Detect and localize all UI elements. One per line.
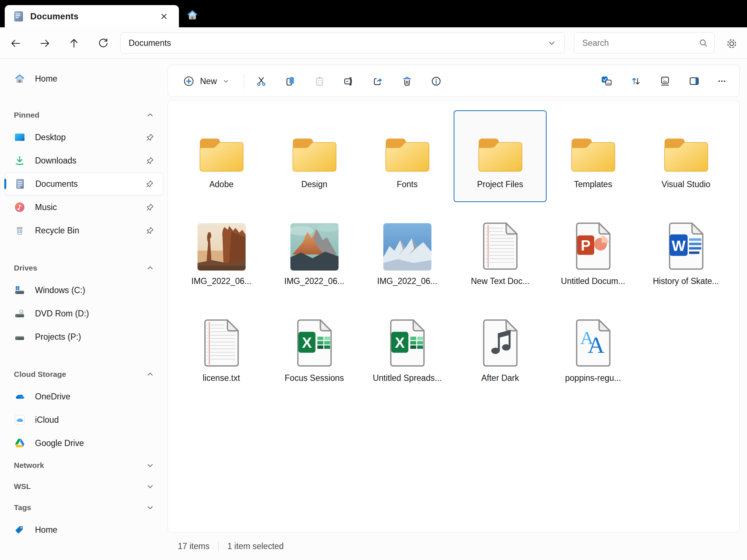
- delete-icon[interactable]: [397, 71, 417, 91]
- file-tile-font[interactable]: poppins-regu...: [547, 304, 640, 396]
- sort-icon[interactable]: [626, 71, 646, 91]
- file-tile-folder[interactable]: Templates: [547, 110, 640, 202]
- pin-icon[interactable]: [146, 226, 155, 235]
- sidebar-item-google-drive[interactable]: Google Drive: [4, 431, 163, 455]
- folder-icon: [476, 111, 524, 176]
- folder-icon: [197, 111, 246, 176]
- file-label: Untitled Docum...: [561, 276, 625, 286]
- sidebar-item-projects-p[interactable]: Projects (P:): [4, 325, 163, 348]
- forward-icon[interactable]: [38, 36, 52, 50]
- tag-icon: [14, 524, 26, 536]
- pin-icon[interactable]: [145, 180, 154, 188]
- file-tile-word[interactable]: History of Skate...: [640, 207, 732, 299]
- cut-icon[interactable]: [251, 71, 271, 91]
- toolbar: New: [168, 65, 740, 97]
- word-file-icon: [668, 208, 705, 273]
- plus-circle-icon: [183, 75, 195, 87]
- section-label: WSL: [14, 482, 31, 491]
- select-all-icon[interactable]: [597, 71, 617, 91]
- sidebar-item-icloud[interactable]: iCloud: [4, 408, 163, 431]
- file-tile-folder[interactable]: Fonts: [361, 110, 454, 202]
- chevron-down-icon[interactable]: [146, 503, 155, 512]
- sidebar-item-documents[interactable]: Documents: [4, 172, 163, 196]
- sidebar-item-music[interactable]: Music: [4, 196, 163, 219]
- search-input[interactable]: [582, 38, 698, 48]
- file-tile-image[interactable]: IMG_2022_06...: [361, 207, 454, 299]
- sidebar-item-recycle-bin[interactable]: Recycle Bin: [4, 219, 163, 242]
- copy-icon[interactable]: [280, 71, 301, 91]
- sidebar-item-label: Windows (C:): [35, 285, 85, 295]
- paste-icon[interactable]: [309, 71, 330, 91]
- section-header-tags[interactable]: Tags: [0, 497, 168, 518]
- file-tile-folder[interactable]: Visual Studio: [640, 110, 732, 202]
- view-icon[interactable]: [655, 71, 675, 91]
- file-tile-text[interactable]: license.txt: [175, 304, 268, 396]
- close-icon[interactable]: [158, 10, 170, 23]
- file-tile-folder[interactable]: Design: [268, 110, 361, 202]
- font-file-icon: [575, 305, 612, 370]
- chevron-up-icon[interactable]: [146, 111, 155, 119]
- sidebar-item-home[interactable]: Home: [4, 68, 163, 89]
- folder-icon: [569, 111, 617, 176]
- chevron-up-icon[interactable]: [146, 370, 155, 379]
- google-drive-icon: [14, 437, 26, 449]
- section-header-pinned[interactable]: Pinned: [0, 104, 168, 126]
- file-tile-text[interactable]: New Text Doc...: [454, 207, 547, 299]
- file-label: IMG_2022_06...: [191, 276, 251, 286]
- pin-icon[interactable]: [146, 203, 155, 212]
- excel-file-icon: [296, 305, 333, 370]
- sidebar-item-tag-home[interactable]: Home: [4, 518, 163, 541]
- file-tile-image[interactable]: IMG_2022_06...: [268, 207, 361, 299]
- file-tile-audio[interactable]: After Dark: [454, 304, 547, 396]
- share-icon[interactable]: [368, 71, 388, 91]
- sidebar-item-downloads[interactable]: Downloads: [4, 149, 163, 172]
- text-file-icon: [482, 208, 519, 273]
- rename-icon[interactable]: [339, 71, 359, 91]
- file-label: Fonts: [397, 180, 418, 189]
- section-label: Tags: [14, 503, 31, 512]
- chevron-down-icon[interactable]: [547, 38, 556, 48]
- file-tile-excel[interactable]: Focus Sessions: [268, 304, 361, 396]
- gear-icon[interactable]: [724, 36, 739, 51]
- home-tab-icon[interactable]: [185, 8, 200, 22]
- onedrive-icon: [14, 391, 26, 402]
- info-icon[interactable]: [426, 71, 446, 91]
- sidebar-item-onedrive[interactable]: OneDrive: [4, 385, 163, 408]
- file-label: Adobe: [209, 180, 234, 189]
- file-tile-image[interactable]: IMG_2022_06...: [175, 207, 268, 299]
- new-button[interactable]: New: [176, 70, 236, 92]
- refresh-icon[interactable]: [96, 36, 110, 50]
- back-icon[interactable]: [9, 36, 23, 50]
- sidebar-item-dvd-d[interactable]: DVD Rom (D:): [4, 302, 163, 325]
- sidebar-item-windows-c[interactable]: Windows (C:): [4, 279, 163, 302]
- desktop-icon: [14, 131, 26, 143]
- file-tile-powerpoint[interactable]: Untitled Docum...: [547, 207, 640, 299]
- pin-icon[interactable]: [146, 156, 155, 165]
- section-header-drives[interactable]: Drives: [0, 257, 168, 279]
- section-header-network[interactable]: Network: [0, 455, 168, 476]
- new-button-label: New: [200, 76, 217, 86]
- tab-documents[interactable]: Documents: [5, 5, 179, 27]
- file-tile-excel[interactable]: Untitled Spreads...: [361, 304, 454, 396]
- folder-icon: [290, 111, 339, 176]
- pin-icon[interactable]: [146, 133, 155, 142]
- icloud-icon: [14, 414, 26, 426]
- chevron-down-icon[interactable]: [146, 461, 155, 470]
- sidebar-item-desktop[interactable]: Desktop: [4, 126, 163, 149]
- panel-icon[interactable]: [684, 71, 704, 91]
- section-header-wsl[interactable]: WSL: [0, 476, 168, 497]
- sidebar-item-label: Music: [35, 202, 57, 212]
- sidebar-item-label: Home: [35, 525, 57, 535]
- chevron-up-icon[interactable]: [146, 264, 155, 272]
- chevron-down-icon[interactable]: [146, 482, 155, 491]
- sidebar-item-label: Home: [35, 74, 57, 84]
- search-icon[interactable]: [698, 38, 708, 48]
- more-icon[interactable]: [712, 71, 732, 91]
- file-tile-folder[interactable]: Adobe: [175, 110, 268, 202]
- file-tile-folder-selected[interactable]: Project Files: [454, 110, 547, 202]
- sidebar-item-label: DVD Rom (D:): [35, 309, 89, 319]
- address-bar[interactable]: Documents: [120, 32, 565, 54]
- section-header-cloud-storage[interactable]: Cloud Storage: [0, 364, 168, 385]
- up-icon[interactable]: [67, 36, 81, 50]
- file-label: Focus Sessions: [285, 373, 344, 383]
